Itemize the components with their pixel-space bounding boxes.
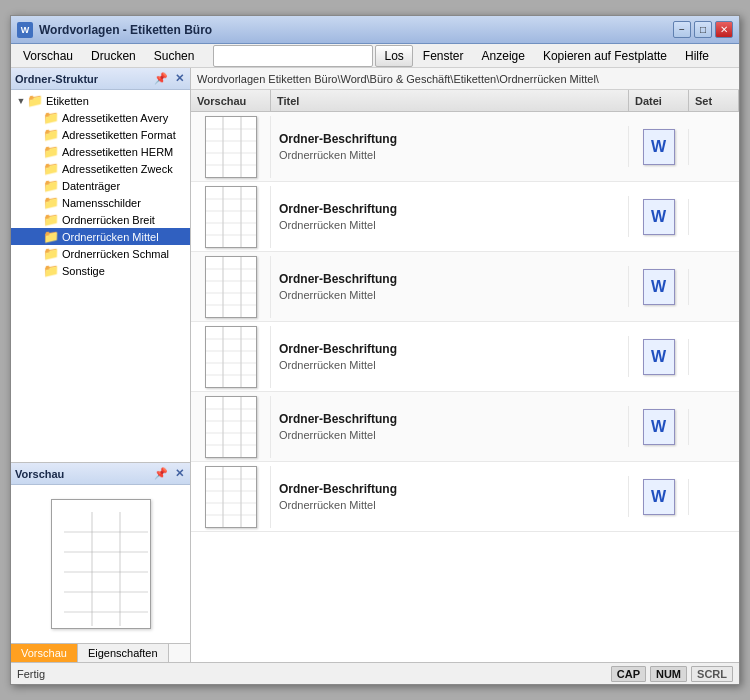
file-preview-thumb-col [191, 116, 271, 178]
tree-header-label: Ordner-Struktur [15, 73, 98, 85]
col-header-file[interactable]: Datei [629, 90, 689, 111]
file-icon-col [629, 479, 689, 515]
menu-anzeige[interactable]: Kopieren auf Festplatte [535, 47, 675, 65]
preview-panel-header: Vorschau 📌 ✕ [11, 463, 190, 485]
window-controls: − □ ✕ [673, 21, 733, 38]
table-row[interactable]: Ordner-Beschriftung Ordnerrücken Mittel [191, 252, 739, 322]
file-list-header: Vorschau Titel Datei Set [191, 90, 739, 112]
menu-suchoptionen[interactable]: Fenster [415, 47, 472, 65]
folder-icon: 📁 [43, 161, 59, 176]
file-thumbnail [205, 256, 257, 318]
preview-panel-icons: 📌 ✕ [152, 467, 186, 480]
col-header-set[interactable]: Set [689, 90, 739, 111]
file-thumbnail [205, 326, 257, 388]
tree-item-ordnerruecken-mittel[interactable]: ▶ 📁 Ordnerrücken Mittel [11, 228, 190, 245]
minimize-button[interactable]: − [673, 21, 691, 38]
close-button[interactable]: ✕ [715, 21, 733, 38]
table-row[interactable]: Ordner-Beschriftung Ordnerrücken Mittel [191, 112, 739, 182]
app-icon: W [17, 22, 33, 38]
file-title-col: Ordner-Beschriftung Ordnerrücken Mittel [271, 126, 629, 167]
tree-item-root[interactable]: ▼ 📁 Etiketten [11, 92, 190, 109]
folder-icon: 📁 [43, 263, 59, 278]
maximize-button[interactable]: □ [694, 21, 712, 38]
tree-item-label: Adressetiketten Format [62, 129, 176, 141]
col-header-preview[interactable]: Vorschau [191, 90, 271, 111]
word-file-icon [643, 479, 675, 515]
close-preview-icon[interactable]: ✕ [173, 467, 186, 480]
preview-document [51, 499, 151, 629]
tree-item-label: Adressetiketten HERM [62, 146, 173, 158]
tree-item-label: Ordnerrücken Schmal [62, 248, 169, 260]
menu-drucken[interactable]: Drucken [83, 47, 144, 65]
table-row[interactable]: Ordner-Beschriftung Ordnerrücken Mittel [191, 392, 739, 462]
file-title-main: Ordner-Beschriftung [279, 202, 620, 216]
file-title-col: Ordner-Beschriftung Ordnerrücken Mittel [271, 406, 629, 447]
pin-icon[interactable]: 📌 [152, 467, 170, 480]
tree-item-namensschilder[interactable]: ▶ 📁 Namensschilder [11, 194, 190, 211]
file-list[interactable]: Ordner-Beschriftung Ordnerrücken Mittel [191, 112, 739, 662]
file-title-col: Ordner-Beschriftung Ordnerrücken Mittel [271, 476, 629, 517]
main-window: W Wordvorlagen - Etiketten Büro − □ ✕ Vo… [10, 15, 740, 685]
file-title-main: Ordner-Beschriftung [279, 342, 620, 356]
los-button[interactable]: Los [375, 45, 412, 67]
file-preview-thumb-col [191, 396, 271, 458]
tree-item-adressetiketten-herm[interactable]: ▶ 📁 Adressetiketten HERM [11, 143, 190, 160]
tab-vorschau[interactable]: Vorschau [11, 644, 78, 662]
file-title-sub: Ordnerrücken Mittel [279, 289, 620, 301]
table-row[interactable]: Ordner-Beschriftung Ordnerrücken Mittel [191, 462, 739, 532]
menu-suchen[interactable]: Suchen [146, 47, 203, 65]
tree-item-ordnerruecken-breit[interactable]: ▶ 📁 Ordnerrücken Breit [11, 211, 190, 228]
tree-item-label: Adressetiketten Avery [62, 112, 168, 124]
cap-indicator: CAP [611, 666, 646, 682]
word-file-icon [643, 129, 675, 165]
file-thumbnail [205, 396, 257, 458]
tree-item-datentraeger[interactable]: ▶ 📁 Datenträger [11, 177, 190, 194]
file-title-sub: Ordnerrücken Mittel [279, 429, 620, 441]
search-input[interactable] [213, 45, 373, 67]
pin-icon[interactable]: 📌 [152, 72, 170, 85]
tree-item-label: Datenträger [62, 180, 120, 192]
word-file-icon [643, 409, 675, 445]
menu-hilfe[interactable] [719, 54, 735, 58]
file-title-main: Ordner-Beschriftung [279, 482, 620, 496]
left-panel: Ordner-Struktur 📌 ✕ ▼ 📁 Etiketten ▶ 📁 Ad… [11, 68, 191, 662]
table-row[interactable]: Ordner-Beschriftung Ordnerrücken Mittel [191, 322, 739, 392]
tree-item-label: Etiketten [46, 95, 89, 107]
tree-item-ordnerruecken-schmal[interactable]: ▶ 📁 Ordnerrücken Schmal [11, 245, 190, 262]
word-file-icon [643, 339, 675, 375]
file-thumbnail [205, 116, 257, 178]
status-bar: Fertig CAP NUM SCRL [11, 662, 739, 684]
window-title: Wordvorlagen - Etiketten Büro [39, 23, 673, 37]
file-title-col: Ordner-Beschriftung Ordnerrücken Mittel [271, 336, 629, 377]
menu-fenster[interactable]: Anzeige [474, 47, 533, 65]
file-title-sub: Ordnerrücken Mittel [279, 219, 620, 231]
tree-panel[interactable]: ▼ 📁 Etiketten ▶ 📁 Adressetiketten Avery … [11, 90, 190, 462]
file-preview-thumb-col [191, 256, 271, 318]
menu-vorschau[interactable]: Vorschau [15, 47, 81, 65]
file-icon-col [629, 269, 689, 305]
file-thumbnail [205, 466, 257, 528]
panel-header-icons: 📌 ✕ [152, 72, 186, 85]
file-icon-col [629, 339, 689, 375]
file-title-sub: Ordnerrücken Mittel [279, 149, 620, 161]
word-file-icon [643, 269, 675, 305]
table-row[interactable]: Ordner-Beschriftung Ordnerrücken Mittel [191, 182, 739, 252]
tree-item-adressetiketten-format[interactable]: ▶ 📁 Adressetiketten Format [11, 126, 190, 143]
tab-eigenschaften[interactable]: Eigenschaften [78, 644, 169, 662]
tree-panel-header: Ordner-Struktur 📌 ✕ [11, 68, 190, 90]
tree-item-adressetiketten-zweck[interactable]: ▶ 📁 Adressetiketten Zweck [11, 160, 190, 177]
col-header-title[interactable]: Titel [271, 90, 629, 111]
expand-icon[interactable]: ▼ [15, 95, 27, 107]
preview-tabs: Vorschau Eigenschaften [11, 643, 190, 662]
tree-item-sonstige[interactable]: ▶ 📁 Sonstige [11, 262, 190, 279]
folder-icon: 📁 [43, 178, 59, 193]
folder-icon: 📁 [43, 110, 59, 125]
close-panel-icon[interactable]: ✕ [173, 72, 186, 85]
file-preview-thumb-col [191, 326, 271, 388]
file-title-sub: Ordnerrücken Mittel [279, 359, 620, 371]
tree-item-adressetiketten-avery[interactable]: ▶ 📁 Adressetiketten Avery [11, 109, 190, 126]
menu-kopieren[interactable]: Hilfe [677, 47, 717, 65]
file-title-col: Ordner-Beschriftung Ordnerrücken Mittel [271, 196, 629, 237]
file-icon-col [629, 409, 689, 445]
file-title-main: Ordner-Beschriftung [279, 132, 620, 146]
